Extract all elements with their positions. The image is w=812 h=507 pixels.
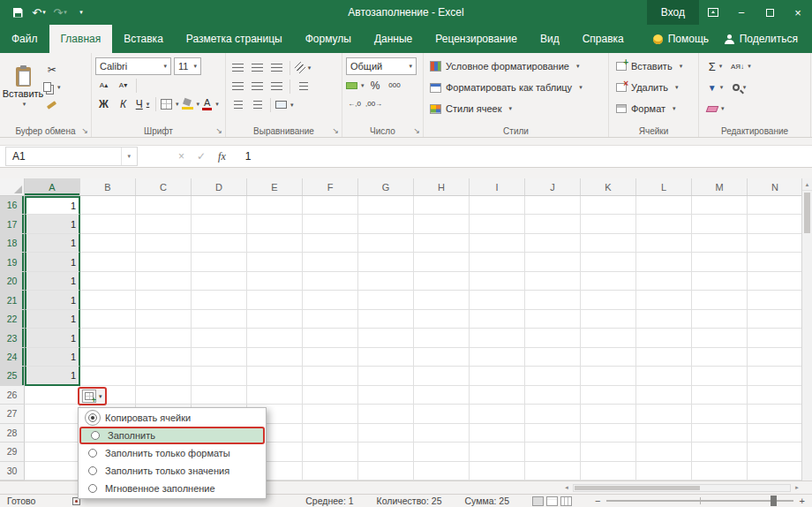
zoom-slider[interactable] (606, 500, 793, 502)
cell-E23[interactable] (247, 329, 303, 347)
cell-I26[interactable] (470, 386, 525, 405)
menu-item-Заполнить только значения[interactable]: Заполнить только значения (79, 462, 266, 480)
cell-H20[interactable] (414, 272, 470, 291)
font-color-button[interactable]: А▾ (202, 95, 219, 112)
cell-D16[interactable] (192, 196, 247, 215)
row-header-28[interactable]: 28 (0, 424, 25, 443)
italic-button[interactable]: К (115, 95, 132, 112)
scroll-left-icon[interactable]: ◄ (562, 485, 571, 490)
cell-styles-button[interactable]: Стили ячеек ▾ (426, 98, 605, 119)
cell-L17[interactable] (636, 215, 692, 233)
cell-G18[interactable] (358, 234, 414, 253)
cell-K16[interactable] (581, 196, 636, 215)
cell-B23[interactable] (80, 329, 136, 347)
cell-N18[interactable] (748, 234, 801, 253)
cell-M27[interactable] (692, 405, 748, 423)
column-header-C[interactable]: C (136, 178, 192, 195)
scroll-up-icon[interactable]: ▲ (802, 178, 812, 191)
cell-J28[interactable] (525, 424, 581, 443)
wrap-text-button[interactable] (295, 78, 312, 95)
cell-M21[interactable] (692, 291, 748, 309)
format-cells-button[interactable]: Формат ▾ (612, 98, 695, 119)
horizontal-scrollbar-track[interactable] (573, 484, 791, 492)
insert-cells-button[interactable]: Вставить ▾ (612, 56, 695, 77)
cell-D24[interactable] (192, 348, 247, 367)
row-header-27[interactable]: 27 (0, 405, 25, 423)
cell-K28[interactable] (581, 424, 636, 443)
menu-item-Мгновенное заполнение[interactable]: Мгновенное заполнение (79, 480, 266, 497)
cell-D17[interactable] (192, 215, 247, 233)
cell-A24[interactable]: 1 (25, 348, 80, 367)
cell-A25[interactable]: 1 (25, 367, 80, 385)
cell-F30[interactable] (303, 462, 358, 481)
cell-H23[interactable] (414, 329, 470, 347)
borders-button[interactable]: ▾ (161, 95, 179, 112)
cell-J16[interactable] (525, 196, 581, 215)
confirm-entry-icon[interactable]: ✓ (197, 150, 206, 163)
cell-K30[interactable] (581, 462, 636, 481)
cell-H26[interactable] (414, 386, 470, 405)
cell-I16[interactable] (470, 196, 525, 215)
cell-G22[interactable] (358, 310, 414, 329)
cell-B18[interactable] (80, 234, 136, 253)
row-header-16[interactable]: 16 (0, 196, 25, 215)
cell-I18[interactable] (470, 234, 525, 253)
column-header-E[interactable]: E (247, 178, 303, 195)
zoom-out-button[interactable]: − (595, 496, 600, 506)
cell-M26[interactable] (692, 386, 748, 405)
cell-L16[interactable] (636, 196, 692, 215)
cell-G24[interactable] (358, 348, 414, 367)
cell-L26[interactable] (636, 386, 692, 405)
cell-A26[interactable] (25, 386, 80, 405)
menu-item-Заполнить только форматы[interactable]: Заполнить только форматы (79, 444, 266, 462)
cut-button[interactable]: ✂ (43, 61, 61, 78)
cell-N17[interactable] (748, 215, 801, 233)
font-size-combo[interactable]: 11▾ (174, 57, 201, 75)
cell-N27[interactable] (748, 405, 801, 423)
column-header-H[interactable]: H (414, 178, 470, 195)
row-header-22[interactable]: 22 (0, 310, 25, 329)
cell-G20[interactable] (358, 272, 414, 291)
tab-Рецензирование[interactable]: Рецензирование (424, 25, 529, 53)
cell-N29[interactable] (748, 443, 801, 461)
cell-K24[interactable] (581, 348, 636, 367)
cell-K21[interactable] (581, 291, 636, 309)
cell-M19[interactable] (692, 253, 748, 271)
cell-J29[interactable] (525, 443, 581, 461)
cell-F17[interactable] (303, 215, 358, 233)
cell-B21[interactable] (80, 291, 136, 309)
cell-B24[interactable] (80, 348, 136, 367)
cell-H25[interactable] (414, 367, 470, 385)
cell-L28[interactable] (636, 424, 692, 443)
delete-cells-button[interactable]: Удалить ▾ (612, 77, 695, 98)
cell-L23[interactable] (636, 329, 692, 347)
cell-I29[interactable] (470, 443, 525, 461)
cell-K29[interactable] (581, 443, 636, 461)
cell-N20[interactable] (748, 272, 801, 291)
cell-H18[interactable] (414, 234, 470, 253)
cell-B17[interactable] (80, 215, 136, 233)
align-top-button[interactable] (229, 59, 246, 76)
cell-B16[interactable] (80, 196, 136, 215)
cell-I19[interactable] (470, 253, 525, 271)
cell-A19[interactable]: 1 (25, 253, 80, 271)
cell-E20[interactable] (247, 272, 303, 291)
cell-M29[interactable] (692, 443, 748, 461)
cell-H30[interactable] (414, 462, 470, 481)
cell-B25[interactable] (80, 367, 136, 385)
cell-E18[interactable] (247, 234, 303, 253)
cell-J21[interactable] (525, 291, 581, 309)
cell-M28[interactable] (692, 424, 748, 443)
cell-C24[interactable] (136, 348, 192, 367)
ribbon-display-options-button[interactable] (699, 0, 727, 25)
row-header-30[interactable]: 30 (0, 462, 25, 481)
cell-E26[interactable] (247, 386, 303, 405)
cell-C22[interactable] (136, 310, 192, 329)
name-box[interactable]: A1 ▾ (5, 147, 138, 166)
autosum-button[interactable]: Σ▾ (707, 58, 724, 75)
cell-I28[interactable] (470, 424, 525, 443)
tab-Главная[interactable]: Главная (49, 25, 113, 53)
cell-G26[interactable] (358, 386, 414, 405)
cell-H29[interactable] (414, 443, 470, 461)
cell-E25[interactable] (247, 367, 303, 385)
